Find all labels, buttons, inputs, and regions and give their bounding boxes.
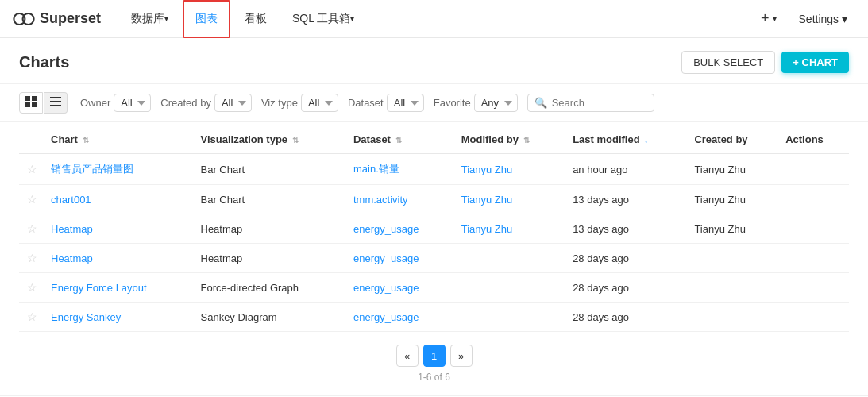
dataset-link[interactable]: energy_usage [353, 252, 419, 264]
created-by-filter-group: Created by All [160, 94, 252, 112]
owner-filter-group: Owner All [80, 94, 151, 112]
bulk-select-button[interactable]: BULK SELECT [681, 51, 775, 74]
th-viz-type[interactable]: Visualization type ⇅ [195, 125, 347, 154]
nav-item-charts[interactable]: 图表 [183, 0, 230, 38]
viz-type-cell: Heatmap [195, 244, 347, 273]
page-1-button[interactable]: 1 [423, 345, 446, 367]
dataset-cell: energy_usage [347, 273, 455, 303]
nav-item-database[interactable]: 数据库 [120, 0, 179, 38]
filter-bar: Owner All Created by All Viz type All Da… [0, 84, 868, 122]
svg-rect-5 [32, 102, 37, 107]
th-actions: Actions [779, 125, 849, 154]
modified-by-cell: Tianyu Zhu [455, 185, 566, 214]
actions-cell [779, 273, 849, 303]
viz-type-filter-select[interactable]: All [301, 94, 338, 112]
star-button[interactable]: ☆ [27, 193, 37, 206]
chart-name-cell: Heatmap [44, 244, 195, 273]
viz-type-cell: Bar Chart [195, 185, 347, 214]
search-box[interactable]: 🔍 [527, 94, 654, 112]
star-button[interactable]: ☆ [27, 222, 37, 235]
dataset-filter-label: Dataset [348, 97, 384, 109]
prev-page-button[interactable]: « [396, 345, 419, 367]
th-star [19, 125, 44, 154]
created-by-cell [688, 303, 779, 332]
modified-by-cell [455, 273, 566, 303]
last-modified-cell: 28 days ago [566, 303, 688, 332]
list-view-button[interactable] [44, 92, 68, 114]
grid-view-button[interactable] [19, 92, 43, 114]
dataset-filter-select[interactable]: All [387, 94, 424, 112]
dataset-cell: energy_usage [347, 303, 455, 332]
search-input[interactable] [552, 97, 647, 109]
th-last-modified[interactable]: Last modified ↓ [566, 125, 688, 154]
nav-item-dashboard[interactable]: 看板 [233, 0, 278, 38]
modified-by-link[interactable]: Tianyu Zhu [461, 194, 513, 206]
star-cell: ☆ [19, 244, 44, 273]
charts-table-container: Chart ⇅ Visualization type ⇅ Dataset ⇅ M… [0, 125, 868, 332]
dataset-link[interactable]: energy_usage [353, 282, 419, 294]
table-row: ☆chart001Bar Charttmm.activityTianyu Zhu… [19, 185, 849, 214]
dataset-link[interactable]: energy_usage [353, 311, 419, 323]
th-modified-by[interactable]: Modified by ⇅ [455, 125, 566, 154]
th-chart[interactable]: Chart ⇅ [44, 125, 195, 154]
star-button[interactable]: ☆ [27, 310, 37, 323]
chart-name-link[interactable]: Energy Force Layout [51, 282, 147, 294]
pagination-controls: « 1 » [396, 345, 473, 367]
last-modified-cell: 28 days ago [566, 244, 688, 273]
nav-menu: 数据库 图表 看板 SQL 工具箱 [120, 0, 753, 38]
header-actions: BULK SELECT + CHART [681, 51, 849, 74]
dataset-cell: energy_usage [347, 214, 455, 244]
star-button[interactable]: ☆ [27, 163, 37, 175]
pagination-summary: 1-6 of 6 [418, 372, 450, 383]
created-by-cell: Tianyu Zhu [688, 185, 779, 214]
table-row: ☆HeatmapHeatmapenergy_usage28 days ago [19, 244, 849, 273]
owner-filter-select[interactable]: All [114, 94, 151, 112]
settings-button[interactable]: Settings ▾ [791, 10, 855, 29]
modified-by-cell: Tianyu Zhu [455, 154, 566, 185]
star-cell: ☆ [19, 303, 44, 332]
pagination: « 1 » 1-6 of 6 [0, 332, 868, 395]
last-modified-cell: 13 days ago [566, 214, 688, 244]
sort-icon-viz-type: ⇅ [292, 136, 299, 145]
dataset-link[interactable]: tmm.activity [353, 194, 408, 206]
logo[interactable]: Superset [13, 8, 101, 30]
view-toggle [19, 92, 68, 114]
chart-name-cell: Energy Force Layout [44, 273, 195, 303]
sort-icon-last-modified: ↓ [644, 136, 648, 145]
sort-icon-modified-by: ⇅ [523, 136, 530, 145]
last-modified-cell: 13 days ago [566, 185, 688, 214]
sort-icon-dataset: ⇅ [395, 136, 402, 145]
top-navigation: Superset 数据库 图表 看板 SQL 工具箱 + ▾ Settings … [0, 0, 868, 38]
favorite-filter-select[interactable]: Any [474, 94, 518, 112]
star-cell: ☆ [19, 185, 44, 214]
plus-button[interactable]: + ▾ [753, 7, 785, 30]
chart-name-cell: Heatmap [44, 214, 195, 244]
dataset-link[interactable]: energy_usage [353, 223, 419, 235]
viz-type-cell: Bar Chart [195, 154, 347, 185]
chart-name-link[interactable]: 销售员产品销量图 [51, 163, 133, 175]
modified-by-link[interactable]: Tianyu Zhu [461, 223, 513, 235]
chart-name-link[interactable]: chart001 [51, 194, 91, 206]
table-row: ☆Energy Force LayoutForce-directed Graph… [19, 273, 849, 303]
new-chart-button[interactable]: + CHART [781, 52, 849, 73]
table-row: ☆销售员产品销量图Bar Chartmain.销量Tianyu Zhuan ho… [19, 154, 849, 185]
last-modified-cell: an hour ago [566, 154, 688, 185]
chart-name-link[interactable]: Energy Sankey [51, 311, 121, 323]
star-button[interactable]: ☆ [27, 281, 37, 294]
logo-text: Superset [40, 10, 101, 27]
chart-name-link[interactable]: Heatmap [51, 223, 93, 235]
actions-cell [779, 303, 849, 332]
th-dataset[interactable]: Dataset ⇅ [347, 125, 455, 154]
nav-item-sql[interactable]: SQL 工具箱 [281, 0, 365, 38]
created-by-cell: Tianyu Zhu [688, 154, 779, 185]
modified-by-link[interactable]: Tianyu Zhu [461, 164, 513, 175]
chart-name-link[interactable]: Heatmap [51, 252, 93, 264]
dataset-link[interactable]: main.销量 [353, 163, 399, 175]
created-by-filter-select[interactable]: All [214, 94, 252, 112]
next-page-button[interactable]: » [450, 345, 473, 367]
star-button[interactable]: ☆ [27, 252, 37, 264]
actions-cell [779, 154, 849, 185]
svg-rect-7 [50, 101, 61, 102]
dataset-cell: energy_usage [347, 244, 455, 273]
last-modified-cell: 28 days ago [566, 273, 688, 303]
